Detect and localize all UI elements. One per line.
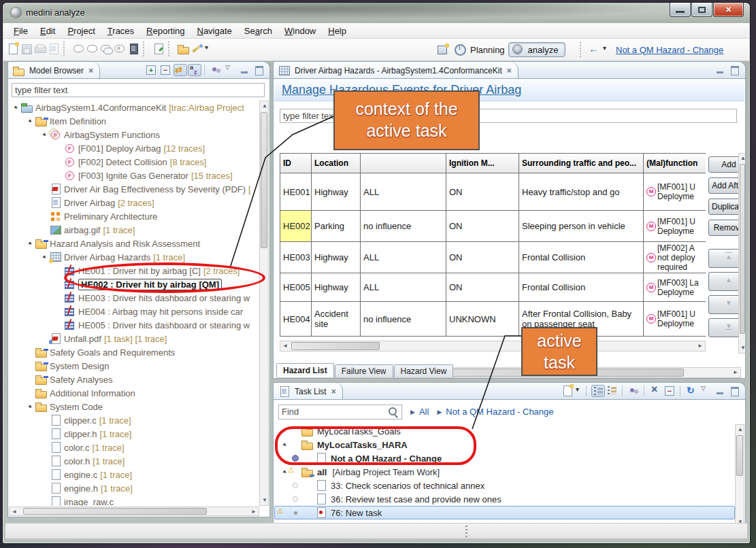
tree-item[interactable]: HE002 : Driver hit by airbag [QM] [9,277,259,291]
add-after-button[interactable]: Add After [708,177,738,194]
tree-item[interactable]: engine.c[1 trace] [9,468,259,481]
comment-icon[interactable] [72,43,86,55]
expand-arrow-icon[interactable] [40,254,49,260]
maximize-icon[interactable] [728,385,742,397]
table-cell[interactable]: ALL [361,173,446,211]
expand-arrow-icon[interactable] [26,118,35,124]
id-cell[interactable]: HE001 [280,173,312,211]
remove-button[interactable]: Remove [708,220,738,236]
tree-item[interactable]: Safety Analyses [9,373,259,386]
tree-item[interactable]: image_raw.c [9,495,259,506]
tree-item[interactable]: HE005 : Driver hits dashboard or stearin… [9,318,259,332]
tree-item[interactable]: airbag.gif[1 trace] [9,223,259,237]
task-row[interactable]: MyLocalTasks_Goals [274,424,735,438]
table-row[interactable]: HE005HighwayALLONFrontal Collision[MF003… [280,273,706,302]
table-cell[interactable]: no influence [361,211,446,242]
minimize-window-button[interactable] [670,3,691,17]
id-cell[interactable]: HE004 [280,302,312,337]
checklist-icon[interactable] [152,43,165,55]
id-cell[interactable]: HE005 [280,273,312,302]
link-with-editor-icon[interactable] [174,64,187,76]
tree-item[interactable]: Unfall.pdf[1 task] [1 trace] [9,332,259,345]
maximize-icon[interactable] [728,64,742,76]
tree-item[interactable]: color.c[1 trace] [9,441,259,454]
column-header[interactable]: Surrounding traffic and peo... [519,153,644,173]
table-cell[interactable]: Highway [312,242,361,273]
collapse-arrow-icon[interactable] [280,428,289,434]
malfunction-cell[interactable]: [MF002] Anot deployrequired [644,242,706,273]
close-icon[interactable]: × [88,66,93,75]
editor-tab[interactable]: Driver Airbag Hazards - AirbagSystem1.4C… [274,62,519,79]
tree-item[interactable]: Driver Air Bag Effectiveness by Severity… [9,182,259,196]
filters-icon[interactable] [210,64,223,76]
expand-arrow-icon[interactable] [12,104,20,111]
analyze-perspective-button[interactable]: analyze [508,42,566,57]
close-icon[interactable]: × [507,66,512,75]
menu-navigate[interactable]: Navigate [191,24,237,37]
tree-item[interactable]: Hazard Analysis and Risk Assessment [9,237,259,250]
group-schedule-icon[interactable] [606,385,619,397]
table-cell[interactable]: ALL [361,273,446,302]
tree-item[interactable]: [F003] Ignite Gas Generator[15 traces] [9,169,259,182]
task-list-vscrollbar[interactable]: ▲ ▼ [735,424,744,528]
table-cell[interactable]: ON [446,273,519,302]
collapse-all-icon[interactable] [663,385,677,397]
menu-project[interactable]: Project [61,24,101,37]
malfunction-cell[interactable]: [MF003] LaDeployme [644,273,706,302]
close-icon[interactable]: × [331,387,336,396]
menu-window[interactable]: Window [278,24,322,37]
planning-perspective-icon[interactable] [453,44,467,56]
save-icon[interactable] [20,43,33,55]
open-perspective-icon[interactable] [436,44,450,56]
tree-item[interactable]: clipper.h[1 trace] [9,427,259,441]
tree-item[interactable]: engine.h[1 trace] [9,481,259,495]
task-row[interactable]: 36: Review test case and provide new one… [274,492,735,506]
tree-item[interactable]: [F001] Deploy Airbag[12 traces] [9,141,259,155]
move-down-button[interactable]: ▼ [708,295,738,314]
task-row[interactable]: Not a QM Hazard - Change [274,451,735,465]
tree-item[interactable]: Additional Information [9,386,259,400]
crumb-all-link[interactable]: All [419,407,429,417]
task-row[interactable]: all[Airbag Project Team Work] [274,465,735,479]
menu-traces[interactable]: Traces [101,24,140,37]
synchronize-icon[interactable] [685,385,699,397]
close-window-button[interactable]: × [713,3,744,17]
column-header[interactable]: Ignition M... [446,153,519,173]
tree-item[interactable]: color.h[1 trace] [9,454,259,468]
table-cell[interactable]: Highway [312,173,361,211]
column-header[interactable]: Location [312,153,361,173]
trace-wand-icon[interactable] [191,43,204,55]
trace-report-icon[interactable] [127,43,140,55]
tree-item[interactable]: Item Definition [9,114,259,128]
table-row[interactable]: HE003HighwayALLONFrontal Collision[MF002… [280,242,706,273]
table-row[interactable]: HE001HighwayALLONHeavy traffic/stop and … [280,173,706,211]
planning-perspective-label[interactable]: Planning [470,45,505,55]
table-cell[interactable]: ALL [361,242,446,273]
editor-vscrollbar[interactable]: ▲ ▼ [738,153,746,354]
tab-hazard-view[interactable]: Hazard View [394,364,454,377]
move-bottom-button[interactable]: ▼ [708,318,738,337]
focus-tasks-icon[interactable] [627,385,641,397]
malfunction-cell[interactable]: [MF001] UDeployme [644,302,706,337]
task-row[interactable]: 76: New task [274,506,735,519]
model-browser-tab[interactable]: Model Browser × [8,62,100,79]
table-row[interactable]: HE002Parkingno influenceONSleeping perso… [280,211,706,242]
table-cell[interactable]: no influence [361,302,446,337]
dropdown-arrow-icon[interactable] [575,385,583,397]
crumb-active-task-link[interactable]: Not a QM Hazard - Change [446,407,553,417]
tree-item[interactable]: Driver Airbag Hazards[1 trace] [9,250,259,264]
tree-item[interactable]: System Design [9,359,259,373]
menu-help[interactable]: Help [322,24,352,37]
model-tree-vscrollbar[interactable]: ▲ ▼ [259,101,269,506]
tree-item[interactable]: System Code [9,400,259,413]
tree-item[interactable]: AirbagSystem Functions [9,128,259,141]
table-cell[interactable]: Heavy traffic/stop and go [519,173,644,211]
maximize-icon[interactable] [252,64,266,76]
menu-reporting[interactable]: Reporting [140,24,191,37]
model-tree-hscrollbar[interactable]: ◄ ► [9,507,259,516]
add-button[interactable]: Add [708,156,738,173]
expand-arrow-icon[interactable] [280,441,289,448]
column-header[interactable]: ID [280,153,312,173]
find-input[interactable] [279,405,381,418]
id-cell[interactable]: HE002 [280,211,312,242]
